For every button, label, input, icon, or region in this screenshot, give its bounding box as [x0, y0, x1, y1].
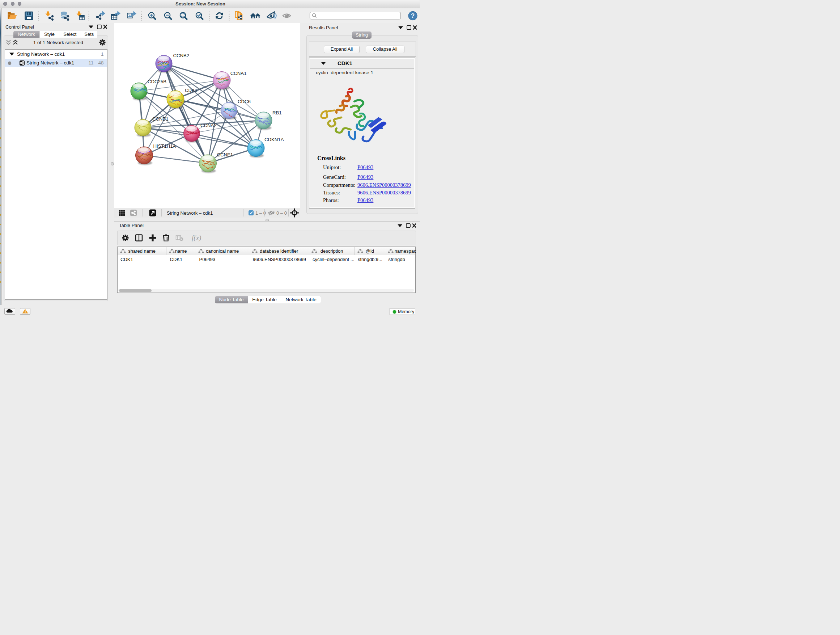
svg-text:CCNA2: CCNA2	[201, 122, 217, 128]
svg-text:CDC25B: CDC25B	[148, 79, 166, 84]
svg-text:CCNB2: CCNB2	[173, 53, 189, 58]
svg-text:HIST1H1A: HIST1H1A	[153, 143, 176, 149]
svg-text:CCNE1: CCNE1	[217, 152, 233, 157]
svg-text:CCNA1: CCNA1	[231, 70, 247, 76]
svg-text:?: ?	[411, 12, 415, 19]
svg-text:1 of 1 Network selected: 1 of 1 Network selected	[33, 40, 83, 45]
svg-text:f(x): f(x)	[192, 234, 201, 242]
svg-text:String Network – cdk1: String Network – cdk1	[167, 210, 213, 215]
svg-text:CCNB1: CCNB1	[152, 116, 169, 121]
svg-text:1 – 0: 1 – 0	[256, 210, 266, 215]
svg-text:CDC6: CDC6	[238, 98, 251, 104]
svg-text:0 – 0: 0 – 0	[276, 210, 287, 215]
svg-text:RB1: RB1	[272, 110, 282, 115]
svg-text:CDK1: CDK1	[185, 88, 197, 93]
svg-text:CDKN1A: CDKN1A	[264, 137, 284, 142]
